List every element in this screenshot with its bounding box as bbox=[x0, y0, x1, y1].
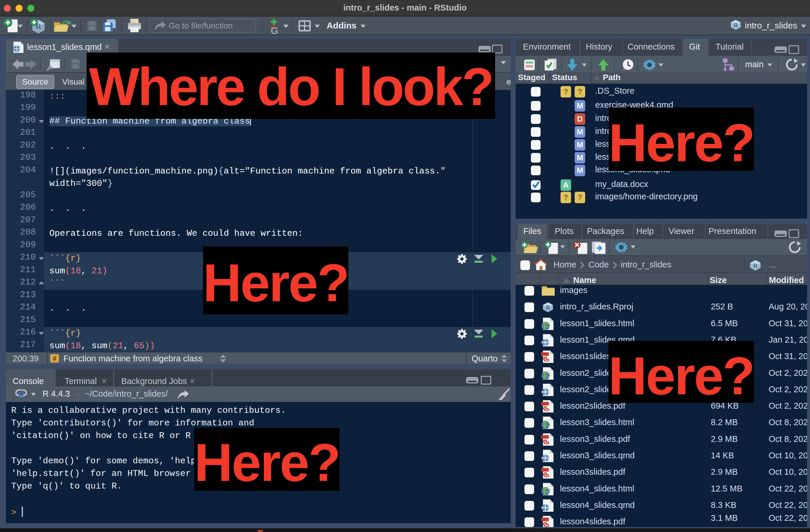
svg-text:R: R bbox=[753, 262, 758, 269]
svg-text:R: R bbox=[18, 390, 25, 399]
svg-text:R: R bbox=[546, 304, 550, 311]
svg-text:G: G bbox=[271, 25, 278, 34]
svg-text:R: R bbox=[734, 22, 738, 28]
